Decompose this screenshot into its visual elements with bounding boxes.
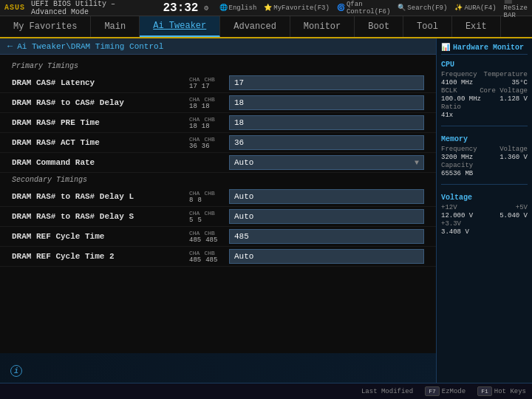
hw-memory-section: Memory Frequency Voltage 3200 MHz 1.360 … (441, 135, 528, 178)
hw-row: 12.000 V 5.040 V (441, 212, 528, 219)
value-box-cas-latency[interactable]: 17 (229, 75, 424, 90)
mem-freq-value: 3200 MHz (441, 154, 473, 161)
nav-main[interactable]: Main (91, 16, 140, 37)
f1-key: F1 (477, 386, 492, 396)
content-area: ← Ai Tweaker\DRAM Timing Control Primary… (0, 38, 436, 383)
mem-volt-label: Voltage (499, 146, 528, 153)
hw-monitor-panel: 📊 Hardware Monitor CPU Frequency Tempera… (436, 38, 532, 383)
ezmode-label: EzMode (442, 388, 466, 395)
table-row: DRAM RAS# to CAS# Delay CHACHB 1818 18 (0, 93, 436, 113)
table-row: DRAM RAS# ACT Time CHACHB 3636 36 (0, 133, 436, 153)
chb-label: CHB (204, 76, 214, 83)
nav-my-favorites[interactable]: My Favorites (0, 16, 91, 37)
12v-label: +12V (441, 204, 457, 211)
temp-label: Temperature (484, 71, 528, 78)
mem-volt-value: 1.360 V (499, 154, 528, 161)
back-arrow-icon[interactable]: ← (7, 41, 13, 52)
hw-row: 4100 MHz 35°C (441, 79, 528, 86)
33v-label: +3.3V (441, 220, 461, 228)
value-box-ras-cas[interactable]: 18 (229, 95, 424, 110)
setting-label-cmd-rate: DRAM Command Rate (12, 158, 189, 167)
resize-bar-btn[interactable]: ⬛ ReSize BAR (504, 0, 528, 19)
hw-row: BCLK Core Voltage (441, 87, 528, 95)
nav-boot[interactable]: Boot (355, 16, 403, 37)
qfan-control-btn[interactable]: 🌀 Qfan Control(F6) (337, 1, 390, 16)
value-box-ras-ras-s[interactable]: Auto (229, 209, 424, 224)
hw-row: Ratio (441, 103, 528, 111)
freq-label: Frequency (441, 71, 477, 78)
nav-exit[interactable]: Exit (452, 16, 501, 37)
table-row: DRAM REF Cycle Time CHACHB 485485 485 (0, 227, 436, 247)
ratio-label: Ratio (441, 103, 461, 111)
setting-label-ref-cycle: DRAM REF Cycle Time (12, 232, 189, 241)
5v-value: 5.040 V (499, 212, 528, 219)
dropdown-cmd-rate[interactable]: Auto ▼ (229, 155, 424, 170)
table-row: DRAM REF Cycle Time 2 CHACHB 485485 Auto (0, 247, 436, 267)
setting-label-cas-latency: DRAM CAS# Latency (12, 78, 189, 87)
secondary-timings-header: Secondary Timings (0, 173, 436, 187)
capacity-label: Capacity (441, 162, 473, 169)
setting-label-ras-pre: DRAM RAS# PRE Time (12, 118, 189, 127)
my-favorite-btn[interactable]: ⭐ MyFavorite(F3) (264, 4, 330, 12)
monitor-icon: 📊 (441, 43, 450, 52)
hw-row: +3.3V (441, 220, 528, 228)
nav-tool[interactable]: Tool (403, 16, 452, 37)
nav-bar: My Favorites Main Ai Tweaker Advanced Mo… (0, 16, 532, 38)
channel-info: CHACHB 3636 (189, 136, 226, 150)
main-layout: ← Ai Tweaker\DRAM Timing Control Primary… (0, 38, 532, 383)
table-row: DRAM RAS# to RAS# Delay S CHACHB 55 Auto (0, 207, 436, 227)
last-modified-label: Last Modified (361, 388, 413, 395)
breadcrumb: ← Ai Tweaker\DRAM Timing Control (0, 38, 436, 55)
hw-row: Frequency Voltage (441, 146, 528, 153)
value-box-ref-cycle[interactable]: 485 (229, 229, 424, 244)
value-box-ras-ras-l[interactable]: Auto (229, 189, 424, 204)
ratio-value: 41x (441, 112, 453, 119)
chevron-down-icon: ▼ (415, 159, 419, 167)
table-row: DRAM RAS# to RAS# Delay L CHACHB 88 Auto (0, 187, 436, 207)
setting-label-ras-cas: DRAM RAS# to CAS# Delay (12, 98, 189, 107)
value-box-ras-act[interactable]: 36 (229, 135, 424, 150)
hw-row: Frequency Temperature (441, 71, 528, 78)
value-box-ref-cycle2[interactable]: Auto (229, 249, 424, 264)
hw-row: Capacity (441, 162, 528, 169)
nav-ai-tweaker[interactable]: Ai Tweaker (140, 16, 220, 37)
5v-label: +5V (516, 204, 528, 211)
nav-advanced[interactable]: Advanced (220, 16, 290, 37)
aura-btn[interactable]: ✨ AURA(F4) (454, 4, 496, 12)
channel-info: CHACHB 1717 (189, 76, 226, 90)
settings-area: Primary Timings DRAM CAS# Latency CHACHB… (0, 55, 436, 383)
language-selector[interactable]: 🌐 English (219, 4, 257, 12)
bclk-value: 100.00 MHz (441, 95, 481, 103)
hotkeys-btn[interactable]: F1 Hot Keys (477, 386, 526, 396)
search-btn[interactable]: 🔍 Search(F9) (398, 4, 447, 12)
mem-freq-label: Frequency (441, 146, 477, 153)
channel-info: CHACHB 485485 (189, 230, 226, 244)
nav-monitor[interactable]: Monitor (290, 16, 355, 37)
dropdown-value: Auto (234, 158, 253, 167)
cpu-temp-value: 35°C (511, 79, 528, 86)
cpu-freq-value: 4100 MHz (441, 79, 473, 86)
hw-row: 65536 MB (441, 170, 528, 177)
hw-voltage-label: Voltage (441, 194, 528, 202)
channel-info: CHACHB 55 (189, 210, 226, 224)
top-bar: ASUS UEFI BIOS Utility – Advanced Mode 2… (0, 0, 532, 16)
info-icon[interactable]: i (10, 365, 22, 377)
hw-row: 41x (441, 112, 528, 119)
hw-cpu-label: CPU (441, 61, 528, 69)
hw-row: 100.00 MHz 1.128 V (441, 95, 528, 103)
ezmode-btn[interactable]: F7 EzMode (425, 386, 466, 396)
value-box-ras-pre[interactable]: 18 (229, 115, 424, 130)
core-volt-value: 1.128 V (499, 95, 528, 103)
setting-label-ras-ras-s: DRAM RAS# to RAS# Delay S (12, 212, 189, 221)
chb-value: 17 (202, 83, 210, 90)
channel-info: CHACHB 1818 (189, 96, 226, 110)
table-row: DRAM Command Rate CHACHB ---- Auto ▼ (0, 153, 436, 173)
settings-icon[interactable]: ⚙ (204, 4, 208, 13)
hotkeys-label: Hot Keys (494, 388, 526, 395)
table-row: DRAM CAS# Latency CHACHB 1717 17 (0, 73, 436, 93)
bios-title: UEFI BIOS Utility – Advanced Mode (31, 0, 154, 16)
cha-label: CHA (189, 76, 200, 83)
hw-memory-label: Memory (441, 135, 528, 143)
hw-voltage-section: Voltage +12V +5V 12.000 V 5.040 V +3.3V … (441, 194, 528, 236)
bottom-bar: Last Modified F7 EzMode F1 Hot Keys (0, 383, 532, 399)
